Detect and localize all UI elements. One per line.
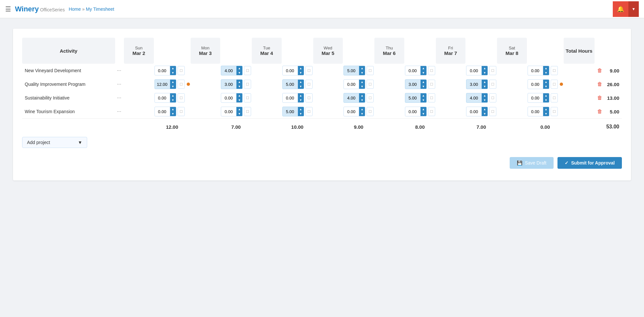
note-button[interactable]: ☐ [428,93,435,102]
nav-home-link[interactable]: Home [69,7,81,12]
hour-input[interactable] [155,107,170,116]
spin-up-button[interactable]: ▲ [421,80,426,84]
hour-input[interactable] [528,93,543,102]
spin-up-button[interactable]: ▲ [482,107,488,112]
note-button[interactable]: ☐ [244,107,251,116]
delete-row-button[interactable]: 🗑 [595,91,605,105]
spin-down-button[interactable]: ▼ [170,71,176,75]
note-button[interactable]: ☐ [305,80,313,89]
spin-up-button[interactable]: ▲ [170,66,176,71]
note-button[interactable]: ☐ [244,93,251,102]
spin-down-button[interactable]: ▼ [170,84,176,89]
spin-up-button[interactable]: ▲ [170,107,176,112]
note-button[interactable]: ☐ [551,66,558,75]
delete-icon[interactable]: 🗑 [596,109,604,114]
add-project-button[interactable]: Add project ▼ [22,137,87,148]
hour-input[interactable] [344,66,359,75]
spin-up-button[interactable]: ▲ [482,66,488,71]
delete-row-button[interactable]: 🗑 [595,64,605,77]
note-button[interactable]: ☐ [367,66,374,75]
user-dropdown-button[interactable]: ▼ [628,1,639,17]
spin-up-button[interactable]: ▲ [543,93,549,98]
hour-input[interactable] [405,107,420,116]
note-button[interactable]: ☐ [305,107,313,116]
row-menu-button[interactable]: ··· [115,105,124,118]
spin-up-button[interactable]: ▲ [482,80,488,84]
note-button[interactable]: ☐ [367,80,374,89]
spin-down-button[interactable]: ▼ [482,71,488,75]
spin-up-button[interactable]: ▲ [543,107,549,112]
note-button[interactable]: ☐ [367,107,374,116]
spin-down-button[interactable]: ▼ [359,71,365,75]
hour-input[interactable] [466,66,481,75]
note-button[interactable]: ☐ [551,80,558,89]
note-button[interactable]: ☐ [178,93,185,102]
note-button[interactable]: ☐ [428,80,435,89]
hour-input[interactable] [466,80,481,89]
note-button[interactable]: ☐ [551,93,558,102]
spin-up-button[interactable]: ▲ [236,107,242,112]
spin-up-button[interactable]: ▲ [236,80,242,84]
hour-input[interactable] [155,66,170,75]
save-draft-button[interactable]: 💾 Save Draft [510,157,554,169]
note-button[interactable]: ☐ [489,107,496,116]
hour-input[interactable] [344,93,359,102]
spin-down-button[interactable]: ▼ [298,71,304,75]
spin-down-button[interactable]: ▼ [170,112,176,116]
hour-input[interactable] [466,93,481,102]
spin-down-button[interactable]: ▼ [298,112,304,116]
spin-up-button[interactable]: ▲ [170,93,176,98]
hour-input[interactable] [221,107,236,116]
hour-input[interactable] [221,80,236,89]
spin-up-button[interactable]: ▲ [421,107,426,112]
note-button[interactable]: ☐ [489,93,496,102]
note-button[interactable]: ☐ [178,107,185,116]
note-button[interactable]: ☐ [244,66,251,75]
delete-row-button[interactable]: 🗑 [595,77,605,91]
note-button[interactable]: ☐ [551,107,558,116]
hour-input[interactable] [283,66,298,75]
row-menu-button[interactable]: ··· [115,64,124,77]
nav-current-link[interactable]: My Timesheet [86,7,114,12]
spin-up-button[interactable]: ▲ [298,66,304,71]
note-button[interactable]: ☐ [178,80,185,89]
hour-input[interactable] [344,80,359,89]
hour-input[interactable] [405,80,420,89]
spin-up-button[interactable]: ▲ [298,107,304,112]
spin-down-button[interactable]: ▼ [421,112,426,116]
hour-input[interactable] [528,66,543,75]
hour-input[interactable] [528,107,543,116]
spin-down-button[interactable]: ▼ [359,98,365,102]
spin-down-button[interactable]: ▼ [543,112,549,116]
spin-down-button[interactable]: ▼ [543,71,549,75]
spin-up-button[interactable]: ▲ [421,66,426,71]
spin-up-button[interactable]: ▲ [482,93,488,98]
spin-up-button[interactable]: ▲ [298,80,304,84]
hour-input[interactable] [405,93,420,102]
hour-input[interactable] [283,80,298,89]
delete-icon[interactable]: 🗑 [596,81,604,87]
spin-up-button[interactable]: ▲ [236,66,242,71]
hour-input[interactable] [155,93,170,102]
delete-icon[interactable]: 🗑 [596,68,604,73]
spin-down-button[interactable]: ▼ [298,98,304,102]
spin-down-button[interactable]: ▼ [482,84,488,89]
hour-input[interactable] [221,93,236,102]
spin-down-button[interactable]: ▼ [543,98,549,102]
spin-down-button[interactable]: ▼ [421,98,426,102]
spin-down-button[interactable]: ▼ [482,112,488,116]
spin-down-button[interactable]: ▼ [359,112,365,116]
note-button[interactable]: ☐ [305,93,313,102]
note-button[interactable]: ☐ [428,66,435,75]
hour-input[interactable] [221,66,236,75]
spin-up-button[interactable]: ▲ [236,93,242,98]
spin-up-button[interactable]: ▲ [359,66,365,71]
hour-input[interactable] [283,107,298,116]
row-menu-button[interactable]: ··· [115,91,124,105]
spin-down-button[interactable]: ▼ [421,84,426,89]
delete-icon[interactable]: 🗑 [596,95,604,101]
spin-down-button[interactable]: ▼ [236,71,242,75]
spin-down-button[interactable]: ▼ [421,71,426,75]
note-button[interactable]: ☐ [244,80,251,89]
hamburger-icon[interactable]: ☰ [5,5,11,13]
